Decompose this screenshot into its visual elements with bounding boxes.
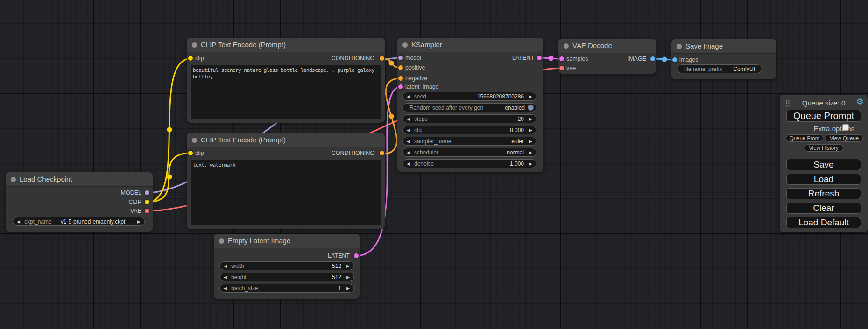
input-port-samples[interactable]	[559, 56, 564, 61]
decrement-arrow-icon[interactable]: ◀	[407, 115, 410, 123]
cfg-widget[interactable]: ◀ cfg 8.000 ▶	[402, 126, 536, 134]
increment-arrow-icon[interactable]: ▶	[137, 217, 141, 226]
node-load-checkpoint[interactable]: Load Checkpoint MODEL CLIP VAE ◀ ckpt_na…	[6, 172, 153, 232]
output-port-image[interactable]	[650, 56, 655, 61]
gear-icon[interactable]: ⚙	[856, 97, 864, 107]
prompt-textarea[interactable]: beautiful scenery nature glass bottle la…	[191, 65, 381, 119]
output-label-vae: VAE	[130, 208, 141, 214]
decrement-arrow-icon[interactable]: ◀	[407, 148, 410, 157]
widget-label: width	[231, 262, 244, 270]
increment-arrow-icon[interactable]: ▶	[346, 284, 350, 293]
input-port-latent-image[interactable]	[398, 84, 403, 89]
increment-arrow-icon[interactable]: ▶	[529, 126, 532, 134]
view-queue-button[interactable]: View Queue	[826, 134, 863, 142]
increment-arrow-icon[interactable]: ▶	[529, 92, 532, 101]
node-title-bar[interactable]: Empty Latent Image	[214, 234, 360, 248]
decrement-arrow-icon[interactable]: ◀	[407, 137, 410, 146]
node-title-bar[interactable]: CLIP Text Encode (Prompt)	[187, 133, 385, 147]
node-graph-canvas[interactable]: Load Checkpoint MODEL CLIP VAE ◀ ckpt_na…	[0, 0, 868, 329]
node-title: CLIP Text Encode (Prompt)	[201, 41, 286, 49]
increment-arrow-icon[interactable]: ▶	[529, 115, 532, 123]
node-clip-text-encode-negative[interactable]: CLIP Text Encode (Prompt) clip CONDITION…	[187, 133, 385, 229]
widget-value: 512	[332, 262, 341, 270]
node-clip-text-encode-positive[interactable]: CLIP Text Encode (Prompt) clip CONDITION…	[187, 38, 385, 123]
decrement-arrow-icon[interactable]: ◀	[407, 126, 410, 134]
link-dot	[389, 61, 394, 66]
decrement-arrow-icon[interactable]: ◀	[224, 273, 227, 281]
width-widget[interactable]: ◀ width 512 ▶	[219, 261, 354, 270]
widget-label: ckpt_name	[24, 217, 52, 226]
node-title: Load Checkpoint	[20, 175, 72, 183]
node-empty-latent-image[interactable]: Empty Latent Image LATENT ◀ width 512 ▶ …	[214, 234, 360, 299]
decrement-arrow-icon[interactable]: ◀	[224, 284, 227, 293]
node-title-bar[interactable]: VAE Decode	[558, 39, 656, 53]
node-title-bar[interactable]: CLIP Text Encode (Prompt)	[187, 38, 385, 52]
increment-arrow-icon[interactable]: ▶	[529, 137, 532, 146]
widget-label: filename_prefix	[684, 65, 722, 73]
widget-value: 1.000	[510, 160, 524, 168]
load-default-button[interactable]: Load Default	[786, 217, 861, 228]
queue-prompt-button[interactable]: Queue Prompt	[786, 110, 861, 122]
output-port-model[interactable]	[145, 190, 149, 195]
toggle-dot-icon[interactable]	[528, 105, 534, 111]
decrement-arrow-icon[interactable]: ◀	[407, 92, 410, 101]
output-port-latent[interactable]	[537, 56, 542, 60]
output-port-clip[interactable]	[145, 200, 149, 204]
input-port-clip[interactable]	[188, 56, 193, 61]
node-title-bar[interactable]: KSampler	[397, 38, 543, 52]
height-widget[interactable]: ◀ height 512 ▶	[219, 273, 354, 281]
node-title-bar[interactable]: Load Checkpoint	[6, 172, 153, 187]
output-port-latent[interactable]	[354, 253, 359, 258]
extra-options-checkbox[interactable]	[842, 124, 849, 131]
increment-arrow-icon[interactable]: ▶	[346, 262, 350, 270]
node-save-image[interactable]: Save Image images filename_prefix ComfyU…	[671, 39, 776, 79]
steps-widget[interactable]: ◀ steps 20 ▶	[402, 114, 536, 123]
input-port-model[interactable]	[398, 56, 403, 60]
scheduler-widget[interactable]: ◀ scheduler normal ▶	[402, 148, 536, 157]
input-port-negative[interactable]	[398, 76, 403, 81]
ckpt-name-widget[interactable]: ◀ ckpt_name v1-5-pruned-emaonly.ckpt ▶	[13, 217, 145, 226]
random-seed-toggle-widget[interactable]: Random seed after every gen enabled	[402, 103, 536, 112]
widget-label: steps	[414, 115, 428, 123]
decrement-arrow-icon[interactable]: ◀	[407, 160, 410, 168]
view-history-button[interactable]: View History	[804, 144, 843, 152]
node-vae-decode[interactable]: VAE Decode samples vae IMAGE	[558, 39, 656, 74]
input-port-clip[interactable]	[188, 151, 193, 155]
increment-arrow-icon[interactable]: ▶	[346, 273, 350, 281]
input-port-images[interactable]	[672, 57, 677, 62]
refresh-button[interactable]: Refresh	[786, 188, 861, 199]
sampler-name-widget[interactable]: ◀ sampler_name euler ▶	[402, 137, 536, 146]
input-label-clip: clip	[195, 150, 204, 156]
input-label-positive: positive	[405, 64, 425, 71]
load-button[interactable]: Load	[786, 174, 861, 185]
output-port-conditioning[interactable]	[380, 151, 384, 155]
output-label-latent: LATENT	[512, 55, 534, 61]
queue-front-button[interactable]: Queue Front	[786, 134, 823, 142]
input-label-latent-image: latent_image	[405, 84, 439, 90]
decrement-arrow-icon[interactable]: ◀	[224, 262, 227, 270]
node-title-bar[interactable]: Save Image	[671, 39, 776, 54]
output-port-vae[interactable]	[145, 209, 149, 213]
increment-arrow-icon[interactable]: ▶	[529, 160, 532, 168]
output-port-conditioning[interactable]	[380, 56, 384, 61]
queue-panel[interactable]: Queue size: 0 ⚙ Queue Prompt Extra optio…	[780, 95, 868, 232]
batch-size-widget[interactable]: ◀ batch_size 1 ▶	[219, 284, 354, 293]
save-button[interactable]: Save	[786, 159, 861, 170]
denoise-widget[interactable]: ◀ denoise 1.000 ▶	[402, 159, 536, 168]
link-dot	[662, 57, 667, 62]
filename-prefix-widget[interactable]: filename_prefix ComfyUI	[677, 64, 762, 73]
output-label-conditioning: CONDITIONING	[332, 150, 374, 156]
node-status-dot-icon	[564, 43, 569, 49]
input-label-negative: negative	[405, 75, 427, 82]
node-title: Save Image	[685, 42, 723, 50]
queue-size-label: Queue size: 0	[780, 99, 868, 107]
decrement-arrow-icon[interactable]: ◀	[17, 217, 20, 226]
link-dot	[549, 56, 554, 61]
increment-arrow-icon[interactable]: ▶	[529, 148, 532, 157]
input-port-positive[interactable]	[398, 65, 403, 70]
input-port-vae[interactable]	[559, 66, 564, 70]
prompt-textarea[interactable]: text, watermark	[191, 160, 381, 225]
seed-widget[interactable]: ◀ seed 156680208700286 ▶	[402, 92, 536, 101]
clear-button[interactable]: Clear	[786, 203, 861, 214]
node-ksampler[interactable]: KSampler model positive negative latent_…	[397, 38, 543, 172]
